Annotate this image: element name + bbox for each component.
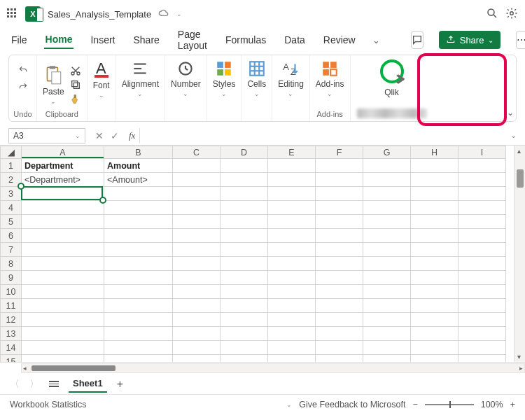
cell-H14[interactable]: [411, 341, 458, 355]
tab-formulas[interactable]: Formulas: [224, 31, 267, 48]
cell-A15[interactable]: [22, 355, 104, 363]
row-header[interactable]: 8: [1, 257, 22, 271]
cell-D13[interactable]: [220, 327, 268, 341]
ribbon-overflow-button[interactable]: ⋯: [516, 31, 525, 49]
row-header[interactable]: 11: [1, 299, 22, 313]
cell-H15[interactable]: [411, 355, 458, 363]
cell-G9[interactable]: [363, 271, 411, 285]
cell-D14[interactable]: [220, 341, 268, 355]
cell-C15[interactable]: [173, 355, 220, 363]
accept-formula-icon[interactable]: ✓: [111, 130, 119, 141]
editing-button[interactable]: AZ Editing⌄: [278, 59, 304, 97]
zoom-level[interactable]: 100%: [481, 400, 503, 410]
cell-G2[interactable]: [363, 173, 411, 187]
filename-chevron-icon[interactable]: ⌄: [176, 10, 182, 18]
row-header[interactable]: 13: [1, 327, 22, 341]
cell-C6[interactable]: [173, 229, 220, 243]
cell-I10[interactable]: [458, 285, 506, 299]
tab-page-layout[interactable]: Page Layout: [176, 26, 209, 54]
addins-button[interactable]: Add-ins⌄: [316, 59, 344, 97]
cell-I3[interactable]: [458, 187, 506, 201]
sheet-nav-next-icon[interactable]: 〉: [29, 378, 39, 391]
vertical-scroll-thumb[interactable]: [517, 169, 524, 188]
cell-I11[interactable]: [458, 299, 506, 313]
cell-C3[interactable]: [173, 187, 220, 201]
status-chevron-icon[interactable]: ⌄: [286, 401, 292, 408]
zoom-in-button[interactable]: +: [510, 400, 515, 410]
select-all-corner[interactable]: ◢: [1, 146, 22, 159]
cell-H6[interactable]: [411, 229, 458, 243]
cell-G7[interactable]: [363, 243, 411, 257]
cell-D2[interactable]: [220, 173, 268, 187]
cell-F5[interactable]: [316, 215, 363, 229]
cell-H11[interactable]: [411, 299, 458, 313]
cell-F12[interactable]: [316, 313, 363, 327]
cell-D4[interactable]: [220, 201, 268, 215]
cell-C12[interactable]: [173, 313, 220, 327]
cell-D8[interactable]: [220, 257, 268, 271]
formula-expand-icon[interactable]: ⌄: [510, 131, 517, 140]
format-painter-icon[interactable]: [70, 93, 81, 104]
cell-I9[interactable]: [458, 271, 506, 285]
paste-button[interactable]: Paste⌄: [43, 64, 64, 105]
cell-A12[interactable]: [22, 313, 104, 327]
all-sheets-icon[interactable]: [49, 381, 59, 387]
tab-insert[interactable]: Insert: [89, 31, 116, 48]
cell-H12[interactable]: [411, 313, 458, 327]
cell-B10[interactable]: [104, 285, 173, 299]
cell-E9[interactable]: [268, 271, 316, 285]
sheet-tab-1[interactable]: Sheet1: [69, 375, 107, 393]
cell-G6[interactable]: [363, 229, 411, 243]
cell-E12[interactable]: [268, 313, 316, 327]
cell-F2[interactable]: [316, 173, 363, 187]
row-header[interactable]: 10: [1, 285, 22, 299]
cell-I1[interactable]: [458, 159, 506, 173]
name-box[interactable]: A3 ⌄: [8, 128, 85, 144]
cell-I12[interactable]: [458, 313, 506, 327]
cell-H8[interactable]: [411, 257, 458, 271]
cell-E13[interactable]: [268, 327, 316, 341]
cell-C8[interactable]: [173, 257, 220, 271]
row-header[interactable]: 9: [1, 271, 22, 285]
fx-icon[interactable]: fx: [129, 130, 135, 141]
cell-A13[interactable]: [22, 327, 104, 341]
cell-G15[interactable]: [363, 355, 411, 363]
feedback-link[interactable]: Give Feedback to Microsoft: [299, 400, 405, 410]
cell-G11[interactable]: [363, 299, 411, 313]
cell-I14[interactable]: [458, 341, 506, 355]
cell-I13[interactable]: [458, 327, 506, 341]
formula-bar[interactable]: ⌄: [139, 128, 517, 144]
cell-D9[interactable]: [220, 271, 268, 285]
tab-data[interactable]: Data: [283, 31, 307, 48]
cell-C9[interactable]: [173, 271, 220, 285]
styles-button[interactable]: Styles⌄: [213, 59, 236, 97]
cell-G1[interactable]: [363, 159, 411, 173]
row-header[interactable]: 5: [1, 215, 22, 229]
cell-E3[interactable]: [268, 187, 316, 201]
col-header-A[interactable]: A: [22, 146, 104, 159]
cell-C7[interactable]: [173, 243, 220, 257]
cell-B11[interactable]: [104, 299, 173, 313]
cells-button[interactable]: Cells⌄: [247, 59, 266, 97]
cell-B6[interactable]: [104, 229, 173, 243]
font-button[interactable]: A Font⌄: [93, 59, 110, 99]
cell-B12[interactable]: [104, 313, 173, 327]
cloud-saved-icon[interactable]: [158, 8, 169, 21]
cell-G4[interactable]: [363, 201, 411, 215]
cell-B13[interactable]: [104, 327, 173, 341]
col-header-D[interactable]: D: [220, 146, 268, 159]
cut-icon[interactable]: [70, 65, 81, 76]
share-button[interactable]: Share ⌄: [439, 31, 501, 49]
cell-B7[interactable]: [104, 243, 173, 257]
filename[interactable]: Sales_Analysis_Template: [48, 9, 151, 20]
cell-I5[interactable]: [458, 215, 506, 229]
cell-H4[interactable]: [411, 201, 458, 215]
cell-E10[interactable]: [268, 285, 316, 299]
workbook-statistics[interactable]: Workbook Statistics: [10, 400, 87, 410]
cell-A4[interactable]: [22, 201, 104, 215]
col-header-C[interactable]: C: [173, 146, 220, 159]
cell-F11[interactable]: [316, 299, 363, 313]
row-header[interactable]: 15: [1, 355, 22, 363]
cell-B14[interactable]: [104, 341, 173, 355]
tab-share[interactable]: Share: [132, 31, 160, 48]
